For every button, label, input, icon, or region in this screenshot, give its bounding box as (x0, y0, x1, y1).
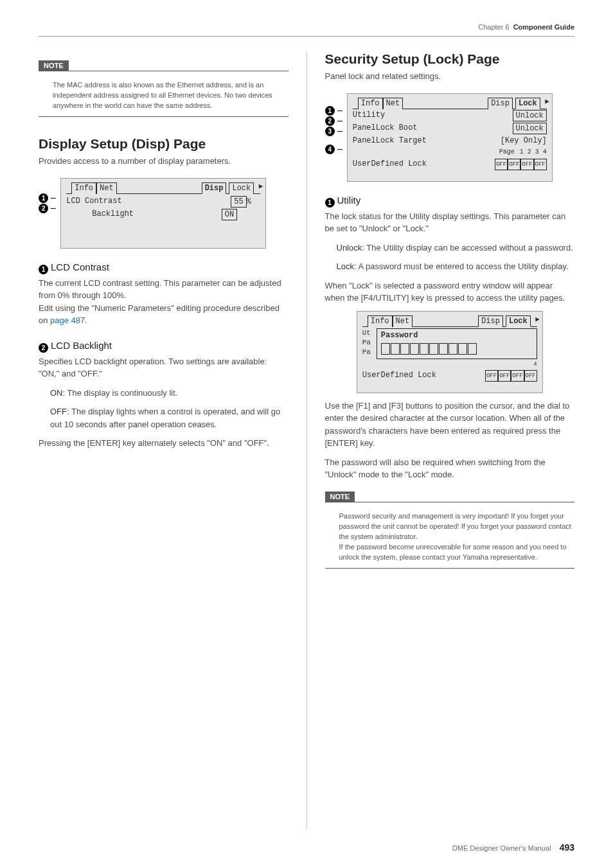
lcd-contrast-body2: Edit using the "Numeric Parameters" edit… (39, 302, 289, 327)
sub-lcd-contrast: 1LCD Contrast (39, 261, 289, 274)
backlight-off-row: OFF: The display lights when a control i… (39, 405, 289, 430)
lock-utility-label: Utility (353, 110, 385, 121)
unlock-row: Unlock: The Utility display can be acces… (325, 242, 575, 254)
note-block-2: NOTE Password security and management is… (325, 488, 575, 569)
pwd-tail-num: 4 (362, 359, 537, 369)
pwd-off-4: OFF (524, 370, 537, 382)
tab-lock: Lock (515, 98, 540, 109)
lcd-password-screenshot: ▶ Info Net Disp Lock Ut Pa (357, 311, 543, 393)
password-label: Password (381, 330, 533, 341)
running-header: Chapter 6 Component Guide (478, 23, 574, 31)
lock-boot-value: Unlock (513, 123, 547, 134)
footer-manual: DME Designer Owner's Manual (452, 844, 551, 852)
pwd-off-2: OFF (498, 370, 511, 382)
tab-disp: Disp (202, 182, 227, 194)
lock-page-label: Page (499, 147, 515, 157)
footer-page-number: 493 (560, 842, 574, 853)
column-divider (306, 51, 307, 829)
tab-net: Net (393, 315, 413, 327)
desc-security-setup: Panel lock and related settings. (325, 71, 575, 83)
lock-userdef-label: UserDefined Lock (353, 159, 427, 170)
lock-off-2: OFF (508, 159, 520, 170)
lock-off-4: OFF (534, 159, 547, 170)
lcd-lock-screenshot: 1 2 3 4 ▶ Info Net Disp Lock (347, 93, 553, 182)
lock-target-value: [Key Only] (501, 136, 547, 146)
note-body: The MAC address is also known as the Eth… (39, 76, 289, 115)
lock-off-1: OFF (495, 159, 508, 170)
pwd-left-ut: Ut (362, 328, 377, 338)
right-column: Security Setup (Lock) Page Panel lock an… (325, 51, 575, 829)
sub-lcd-backlight: 2LCD Backlight (39, 340, 289, 353)
lcd-backlight-label: Backlight (66, 209, 134, 220)
tab-disp: Disp (488, 98, 513, 109)
backlight-on-row: ON: The display is continuously lit. (39, 387, 289, 400)
note-tag: NOTE (325, 492, 355, 502)
lcd-contrast-suffix: % (247, 197, 251, 206)
lock-mid2: Use the [F1] and [F3] buttons to positio… (325, 400, 575, 450)
password-boxes (381, 343, 533, 355)
tab-info: Info (368, 315, 393, 327)
lock-target-label: PanelLock Target (353, 136, 427, 146)
lcd-contrast-value: 55 (231, 196, 246, 208)
note-body: Password security and management is very… (325, 508, 575, 567)
pwd-off-1: OFF (485, 370, 498, 382)
page-link-487[interactable]: page 487 (50, 315, 85, 325)
tab-lock: Lock (506, 315, 531, 327)
note-tag: NOTE (39, 60, 69, 71)
backlight-tail: Pressing the [ENTER] key alternately sel… (39, 437, 289, 450)
lock-mid1: When "Lock" is selected a password entry… (325, 279, 575, 305)
header-rule (39, 36, 574, 37)
tab-net: Net (96, 182, 117, 194)
tab-lock: Lock (229, 182, 254, 194)
pwd-left-pa1: Pa (362, 338, 377, 348)
lcd-contrast-body1: The current LCD contrast setting. This p… (39, 277, 289, 302)
scroll-arrow-icon: ▶ (535, 314, 540, 324)
tab-net: Net (383, 98, 404, 109)
lcd-disp-screenshot: 1 2 ▶ Info Net Disp Lock LCD (60, 178, 266, 249)
heading-security-setup: Security Setup (Lock) Page (325, 51, 575, 67)
lock-boot-label: PanelLock Boot (353, 123, 418, 134)
note-block-1: NOTE The MAC address is also known as th… (39, 57, 289, 117)
lcd-contrast-label: LCD Contrast (66, 196, 121, 208)
footer: DME Designer Owner's Manual 493 (452, 842, 574, 853)
scroll-arrow-icon: ▶ (259, 181, 263, 191)
lcd-backlight-value: ON (222, 209, 237, 220)
utility-body: The lock status for the Utility display … (325, 210, 575, 235)
tab-info: Info (358, 98, 383, 109)
tab-disp: Disp (478, 315, 503, 327)
lock-off-3: OFF (520, 159, 533, 170)
lock-page-nums: 1 2 3 4 (520, 147, 547, 157)
lock-row: Lock: A password must be entered to acce… (325, 260, 575, 273)
section-label: Component Guide (513, 23, 574, 31)
lock-utility-value: Unlock (513, 110, 547, 121)
sub-utility: 1Utility (325, 195, 575, 208)
pwd-off-3: OFF (511, 370, 524, 382)
pwd-left-pa2: Pa (362, 348, 377, 357)
pwd-userdef-label: UserDefined Lock (362, 370, 436, 382)
heading-display-setup: Display Setup (Disp) Page (39, 136, 289, 152)
lcd-backlight-body: Specifies LCD backlight operation. Two s… (39, 355, 289, 380)
scroll-arrow-icon: ▶ (545, 96, 549, 107)
tab-info: Info (71, 182, 96, 194)
desc-display-setup: Provides access to a number of display p… (39, 155, 289, 168)
lock-mid3: The password will also be required when … (325, 456, 575, 481)
chapter-label: Chapter 6 (478, 23, 509, 31)
left-column: NOTE The MAC address is also known as th… (39, 51, 289, 829)
